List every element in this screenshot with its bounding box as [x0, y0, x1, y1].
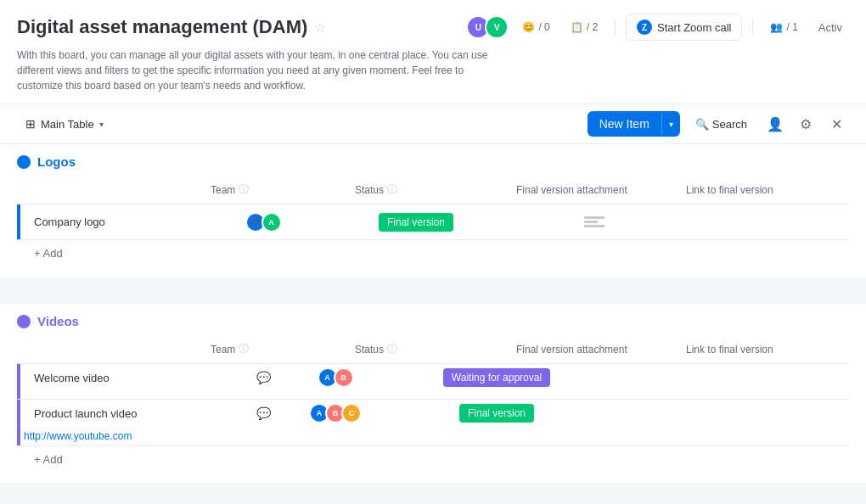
- team-avatars-company-logo: 🎧 A: [245, 212, 282, 232]
- row-status-product[interactable]: Final version: [484, 400, 509, 426]
- spacer-2: [0, 496, 866, 504]
- col-status-logos: Status ⓘ: [348, 179, 484, 200]
- info-icon-team-v[interactable]: ⓘ: [239, 342, 249, 356]
- team-avatar-2: A: [261, 212, 282, 232]
- row-team-product: A B C: [323, 400, 348, 427]
- header-divider-2: [752, 19, 753, 36]
- row-link-company-logo: [679, 219, 849, 226]
- toolbar: ⊞ Main Table ▾ New Item ▾ 🔍 Search 👤 ⚙ ✕: [0, 104, 866, 144]
- main-table-button[interactable]: ⊞ Main Table ▾: [17, 112, 112, 136]
- thumb-line-2: [584, 221, 598, 223]
- col-spacer2: [484, 187, 509, 193]
- row-spacer: [323, 219, 348, 226]
- search-label: Search: [712, 118, 747, 131]
- row-comment-welcome[interactable]: 💬: [204, 367, 323, 388]
- spacer-1: [0, 290, 866, 304]
- new-item-dropdown-icon[interactable]: ▾: [661, 114, 680, 135]
- row-team-welcome: A B: [323, 364, 348, 391]
- row-comment-product[interactable]: 💬: [204, 403, 323, 423]
- avatar-user-2[interactable]: V: [485, 15, 509, 39]
- group-header-logos: Logos: [0, 144, 866, 176]
- group-color-logos: [17, 155, 31, 169]
- row-link-product[interactable]: http://www.youtube.com: [17, 427, 204, 445]
- section-logos: Logos Team ⓘ Status ⓘ Final version atta…: [0, 144, 866, 277]
- members-icon: 👥: [770, 21, 783, 33]
- info-icon-status-v[interactable]: ⓘ: [387, 342, 397, 356]
- row-spacer2: [484, 219, 509, 226]
- activity-button[interactable]: Activ: [812, 18, 849, 37]
- add-row-label-videos: + Add: [34, 453, 63, 466]
- board-description: With this board, you can manage all your…: [17, 48, 509, 93]
- thumb-line-1: [584, 216, 605, 219]
- zoom-button[interactable]: Z Start Zoom call: [626, 14, 742, 41]
- new-item-button[interactable]: New Item ▾: [588, 111, 680, 137]
- table-row: Company logo 🎧 A Final version: [17, 204, 849, 240]
- row-team-company-logo: 🎧 A: [204, 209, 323, 236]
- header-top: Digital asset management (DAM) ☆ U V 😊 /…: [17, 14, 849, 41]
- reaction-counter[interactable]: 😊 / 0: [515, 18, 556, 36]
- comment-icon-product: 💬: [256, 406, 271, 420]
- group-color-videos: [17, 315, 31, 328]
- col-spacer1: [323, 187, 348, 193]
- title-row: Digital asset management (DAM) ☆: [17, 16, 326, 38]
- search-button[interactable]: 🔍 Search: [685, 113, 757, 136]
- add-row-label-logos: + Add: [34, 247, 63, 260]
- update-icon: 📋: [571, 21, 583, 33]
- col-spacer-v2: [484, 346, 509, 353]
- close-icon-button[interactable]: ✕: [824, 111, 849, 137]
- header-divider-1: [615, 19, 616, 36]
- row-name-product-video: Product launch video: [17, 400, 204, 427]
- table-row: Product launch video 💬 A B C F: [17, 400, 849, 446]
- avatar-group: U V: [466, 15, 509, 39]
- col-spacer-v1: [323, 346, 348, 353]
- search-icon: 🔍: [695, 118, 709, 131]
- col-status-videos: Status ⓘ: [348, 339, 484, 360]
- group-title-videos: Videos: [37, 314, 79, 328]
- members-button[interactable]: 👥 / 1: [763, 18, 804, 36]
- row-name-company-logo: Company logo: [17, 209, 204, 235]
- chevron-down-icon: ▾: [99, 120, 104, 129]
- row-attachment-welcome: [679, 374, 849, 381]
- row-border-logos-1: [17, 204, 20, 239]
- star-icon[interactable]: ☆: [314, 20, 326, 36]
- header-actions: U V 😊 / 0 📋 / 2 Z Start Zoom call: [466, 14, 849, 41]
- status-badge-final: Final version: [379, 213, 453, 232]
- toolbar-right: New Item ▾ 🔍 Search 👤 ⚙ ✕: [588, 111, 849, 137]
- row-spacer-p2: [509, 410, 679, 417]
- settings-icon-button[interactable]: ⚙: [793, 111, 818, 137]
- content-area: Logos Team ⓘ Status ⓘ Final version atta…: [0, 144, 866, 504]
- row-name-welcome-video: Welcome video: [17, 365, 204, 391]
- close-icon: ✕: [831, 116, 842, 132]
- col-attachment-logos: Final version attachment: [509, 181, 679, 199]
- logos-col-headers: Team ⓘ Status ⓘ Final version attachment…: [17, 176, 849, 204]
- col-name-v: [17, 346, 204, 353]
- info-icon-status-logos[interactable]: ⓘ: [387, 182, 397, 197]
- person-icon: 👤: [767, 116, 784, 132]
- row-status-welcome[interactable]: Waiting for approval: [484, 365, 509, 390]
- attachment-thumb: [584, 216, 605, 227]
- zoom-label: Start Zoom call: [657, 21, 731, 34]
- person-icon-button[interactable]: 👤: [762, 111, 788, 137]
- youtube-link[interactable]: http://www.youtube.com: [24, 430, 132, 442]
- table-icon: ⊞: [25, 117, 36, 131]
- col-team-logos: Team ⓘ: [204, 179, 323, 200]
- table-row: Welcome video 💬 A B Waiting for approval: [17, 364, 849, 400]
- updates-count: / 2: [587, 21, 598, 33]
- row-border-videos-2: [17, 400, 20, 445]
- thumb-lines: [584, 216, 605, 227]
- col-link-videos: Link to final version: [679, 340, 849, 359]
- info-icon-team-logos[interactable]: ⓘ: [239, 182, 249, 197]
- add-row-videos[interactable]: + Add: [17, 446, 849, 473]
- videos-table: Team ⓘ Status ⓘ Final version attachment…: [0, 335, 866, 473]
- comment-icon-welcome: 💬: [256, 371, 271, 384]
- add-row-logos[interactable]: + Add: [17, 240, 849, 266]
- row-status-company-logo[interactable]: Final version: [348, 210, 484, 235]
- zoom-icon: Z: [637, 20, 652, 35]
- row-border-videos-1: [17, 364, 20, 399]
- updates-counter[interactable]: 📋 / 2: [564, 18, 605, 36]
- row-spacer-w2: [509, 374, 679, 381]
- group-title-logos: Logos: [37, 154, 76, 169]
- videos-col-headers: Team ⓘ Status ⓘ Final version attachment…: [17, 335, 849, 364]
- settings-icon: ⚙: [800, 116, 812, 132]
- row-attachment-company-logo: [509, 213, 679, 231]
